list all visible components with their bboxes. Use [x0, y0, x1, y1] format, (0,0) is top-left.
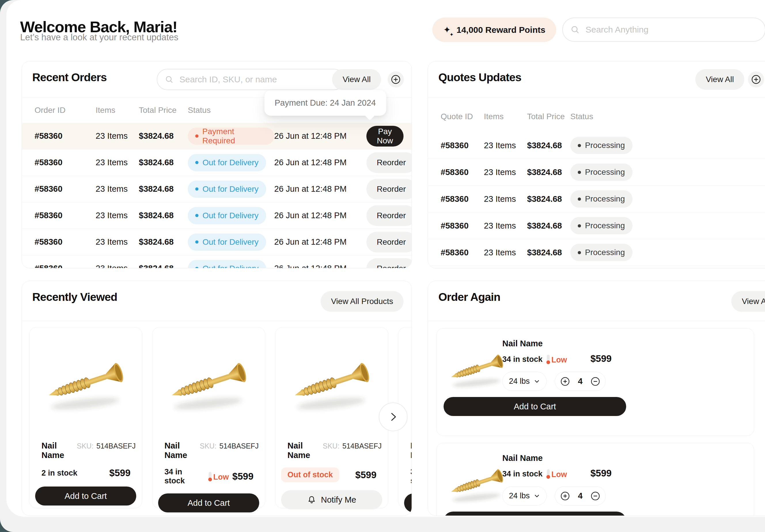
- stock-status: 34 in stock: [165, 467, 205, 485]
- orders-search-input[interactable]: [179, 74, 337, 85]
- order-again-item: Nail Name 34 in stock Low $599 24 lbs: [436, 328, 754, 436]
- circle-minus-icon: [590, 377, 600, 386]
- low-stock-label: Low: [214, 473, 229, 482]
- stock-status: 34 in stock: [502, 355, 543, 364]
- status-badge: Out for Delivery: [188, 207, 266, 224]
- search-icon: [570, 25, 580, 35]
- product-image: [447, 344, 507, 399]
- quote-row: #58360 23 Items $3824.68 Processing: [428, 212, 765, 239]
- low-stock-label: Low: [551, 356, 567, 365]
- order-action-button[interactable]: Reorder: [367, 179, 412, 199]
- low-stock-icon: [208, 471, 212, 482]
- decrement-button[interactable]: [590, 377, 600, 386]
- order-row: #58360 23 Items $3824.68 Payment Require…: [22, 123, 411, 149]
- quantity-value: 4: [578, 377, 582, 386]
- decrement-button[interactable]: [590, 491, 600, 501]
- product-action-button[interactable]: Add to Cart: [35, 486, 136, 505]
- low-stock-icon: [546, 469, 550, 479]
- recently-viewed-title: Recently Viewed: [32, 291, 117, 303]
- gray-shell: Welcome Back, Maria! Let’s have a look a…: [0, 0, 765, 532]
- product-price: $599: [590, 468, 611, 479]
- product-action-button[interactable]: Notify Me: [281, 490, 382, 509]
- increment-button[interactable]: [560, 491, 570, 501]
- sku-label: SKU:: [77, 442, 93, 450]
- product-name: Nail Name: [288, 441, 320, 460]
- status-dot: [578, 251, 581, 254]
- bell-icon: [307, 495, 316, 504]
- increment-button[interactable]: [560, 377, 570, 386]
- product-image: [158, 327, 259, 441]
- order-again-view-all-button[interactable]: View All: [731, 291, 765, 312]
- order-again-title: Order Again: [438, 291, 500, 303]
- circle-minus-icon: [590, 491, 600, 501]
- unit-dropdown[interactable]: 24 lbs: [502, 486, 547, 505]
- status-badge: Processing: [570, 190, 632, 207]
- carousel-next-button[interactable]: [379, 402, 407, 431]
- product-name: Nail Name: [410, 441, 412, 460]
- status-badge: Out for Delivery: [188, 233, 266, 251]
- recently-viewed-header: Recently Viewed View All Products: [22, 281, 411, 321]
- status-badge: Processing: [570, 163, 632, 181]
- sparkle-icon: ✦✦: [443, 25, 451, 34]
- recently-viewed-view-all-button[interactable]: View All Products: [321, 291, 403, 312]
- stock-status: 34 in stock: [410, 467, 412, 485]
- quote-row: #58360 23 Items $3824.68 Processing: [428, 159, 765, 186]
- recently-viewed-panel: Recently Viewed View All Products Nail N…: [22, 281, 412, 516]
- reward-points-label: 14,000 Reward Points: [456, 25, 545, 35]
- product-price: $599: [356, 469, 377, 480]
- sku-label: SKU:: [200, 442, 216, 450]
- quotes-updates-panel: Quotes Updates View All Quote ID Items T…: [428, 61, 765, 268]
- stock-status: 2 in stock: [41, 469, 78, 478]
- reward-points-badge[interactable]: ✦✦ 14,000 Reward Points: [432, 18, 556, 42]
- low-stock-label: Low: [551, 470, 567, 479]
- order-again-panel: Order Again View All Nail Name 34 in sto…: [428, 281, 765, 516]
- screw-image: [166, 348, 252, 420]
- product-card: Nail Name SKU: 514BASEFJ 34 in stock Low: [152, 327, 265, 508]
- page-subtitle: Let’s have a look at your recent updates: [20, 32, 178, 43]
- status-dot: [578, 224, 581, 227]
- order-action-button[interactable]: Reorder: [367, 205, 412, 226]
- product-image: [281, 327, 382, 441]
- status-dot: [195, 161, 199, 164]
- chevron-down-icon: [534, 378, 540, 385]
- order-again-item: Nail Name 34 in stock Low $599 24 lbs: [436, 443, 754, 516]
- page-background: Welcome Back, Maria! Let’s have a look a…: [0, 0, 765, 532]
- product-price: $599: [109, 467, 131, 478]
- screw-image: [43, 348, 129, 420]
- add-to-cart-button[interactable]: Add to Cart: [443, 397, 626, 416]
- recent-orders-panel: Recent Orders View All Order ID Items To…: [22, 61, 412, 268]
- circle-plus-icon: [751, 74, 761, 85]
- quote-row: #58360 23 Items $3824.68 Processing: [428, 132, 765, 159]
- product-name: Nail Name: [502, 453, 543, 463]
- orders-view-all-button[interactable]: View All: [332, 69, 381, 90]
- orders-add-button[interactable]: [388, 71, 404, 88]
- status-badge: Processing: [570, 137, 632, 154]
- search-icon: [165, 75, 174, 84]
- product-price: $599: [590, 353, 611, 364]
- status-dot: [195, 267, 199, 268]
- order-row: #58360 23 Items $3824.68 Out for Deliver…: [22, 202, 411, 229]
- circle-plus-icon: [390, 74, 401, 85]
- quotes-add-button[interactable]: [748, 71, 764, 88]
- status-badge: Processing: [570, 244, 632, 261]
- unit-dropdown[interactable]: 24 lbs: [502, 372, 547, 391]
- order-action-button[interactable]: Pay Now: [367, 126, 403, 146]
- product-action-button[interactable]: Add to Cart: [404, 493, 412, 512]
- quotes-table-header: Quote ID Items Total Price Status: [428, 98, 765, 132]
- add-to-cart-button[interactable]: Add to Cart: [443, 512, 626, 516]
- order-row: #58360 23 Items $3824.68 Out for Deliver…: [22, 255, 411, 268]
- order-row: #58360 23 Items $3824.68 Out for Deliver…: [22, 149, 411, 176]
- order-row: #58360 23 Items $3824.68 Out for Deliver…: [22, 176, 411, 202]
- screw-image: [447, 344, 507, 395]
- sku-value: 514BASEFJ: [97, 442, 136, 450]
- order-action-button[interactable]: Reorder: [367, 152, 412, 173]
- global-search-input[interactable]: [585, 25, 758, 35]
- quotes-view-all-button[interactable]: View All: [695, 69, 744, 90]
- product-action-button[interactable]: Add to Cart: [158, 493, 259, 512]
- quote-row: #58360 23 Items $3824.68 Processing: [428, 186, 765, 212]
- status-dot: [578, 171, 581, 174]
- product-card: Nail Name SKU: 514BASEFJ Out of stock $5…: [275, 327, 388, 508]
- product-name: Nail Name: [165, 441, 197, 460]
- order-action-button[interactable]: Reorder: [367, 258, 412, 269]
- order-action-button[interactable]: Reorder: [367, 232, 412, 252]
